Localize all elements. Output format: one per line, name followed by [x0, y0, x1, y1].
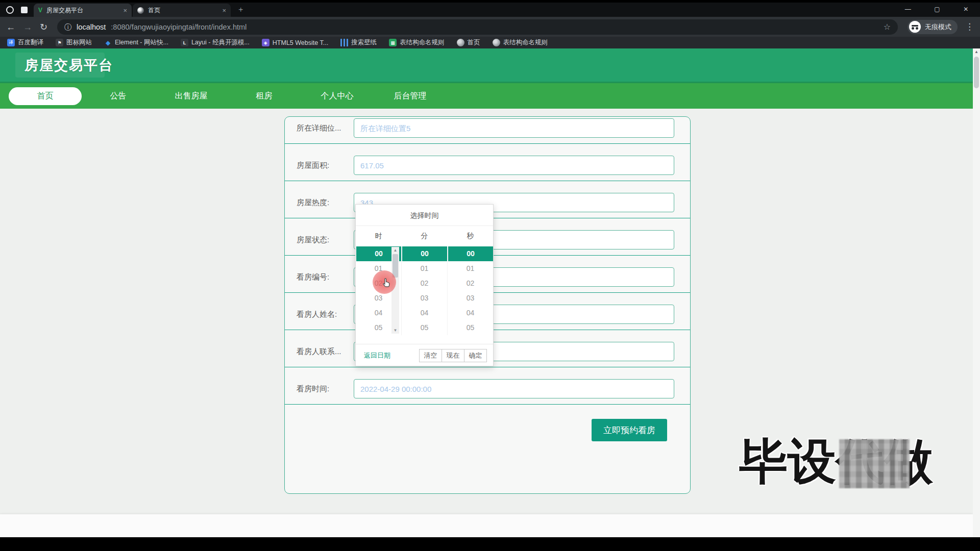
window-controls: — ▢ ✕ — [893, 3, 980, 16]
browser-toolbar: ← → ↻ ⓘ localhost :8080/fangwujiaoyiping… — [0, 17, 980, 37]
bookmark-label: Layui - 经典开源模... — [191, 38, 250, 47]
time-picker-title: 选择时间 — [356, 205, 493, 226]
shield-icon: ◈ — [262, 39, 270, 46]
cursor-highlight — [373, 270, 396, 294]
bookmark-label: 表结构命名规则 — [400, 38, 445, 47]
bookmark-label: HTML5 Website T... — [273, 39, 328, 46]
new-tab-button[interactable]: ＋ — [237, 5, 244, 14]
now-button[interactable]: 现在 — [442, 349, 464, 362]
bookmark-layui[interactable]: L Layui - 经典开源模... — [181, 38, 250, 47]
maximize-button[interactable]: ▢ — [934, 6, 940, 13]
url-path: :8080/fangwujiaoyipingtai/front/index.ht… — [111, 23, 878, 31]
incognito-icon — [909, 21, 921, 33]
tab-close-icon[interactable]: × — [222, 7, 226, 14]
viewing-time-input[interactable] — [354, 379, 674, 398]
scroll-up-icon[interactable]: ▲ — [394, 247, 398, 254]
address-bar[interactable]: ⓘ localhost :8080/fangwujiaoyipingtai/fr… — [57, 19, 898, 35]
url-host: localhost — [77, 23, 106, 31]
field-label: 房屋状态: — [297, 235, 354, 245]
time-picker-footer: 返回日期 清空 现在 确定 — [356, 344, 493, 366]
hour-header: 时 — [356, 232, 402, 241]
bookmark-star-icon[interactable]: ☆ — [884, 22, 891, 32]
browser-menu-icon[interactable]: ⋮ — [965, 21, 974, 32]
confirm-button[interactable]: 确定 — [464, 349, 487, 362]
blur-patch — [839, 439, 910, 488]
bookmark-baidu-translate[interactable]: 译 百度翻译 — [7, 38, 43, 47]
second-option[interactable]: 04 — [448, 306, 493, 320]
hand-cursor-icon — [381, 278, 392, 289]
forward-icon[interactable]: → — [23, 22, 32, 32]
bookmark-label: 搜索壁纸 — [351, 38, 377, 47]
book-viewing-button[interactable]: 立即预约看房 — [592, 419, 667, 441]
bookmark-icon-site[interactable]: ⚑ 图标网站 — [56, 38, 92, 47]
field-label: 房屋热度: — [297, 198, 354, 208]
globe-favicon-icon — [137, 7, 144, 14]
close-button[interactable]: ✕ — [963, 6, 968, 13]
scrollbar-thumb[interactable] — [974, 57, 979, 88]
reload-icon[interactable]: ↻ — [40, 22, 47, 32]
bookmark-element[interactable]: ◆ Element - 网站快... — [104, 38, 168, 47]
nav-item-personal-center[interactable]: 个人中心 — [301, 91, 374, 102]
tab-title: 首页 — [148, 6, 218, 15]
element-icon: ◆ — [104, 39, 112, 46]
scroll-down-icon[interactable]: ▼ — [394, 327, 398, 334]
bookmark-table-naming-2[interactable]: 表结构命名规则 — [493, 38, 548, 47]
nav-item-home[interactable]: 首页 — [9, 87, 82, 105]
window-icon — [21, 7, 28, 13]
bookmark-table-naming[interactable]: ▦ 表结构命名规则 — [389, 38, 445, 47]
minute-option-selected[interactable]: 00 — [402, 246, 447, 261]
second-option[interactable]: 05 — [448, 320, 493, 335]
field-label: 所在详细位... — [297, 123, 354, 133]
nav-item-notice[interactable]: 公告 — [82, 91, 155, 102]
incognito-badge[interactable]: 无痕模式 — [908, 20, 958, 34]
page-scrollbar[interactable]: ▲ — [973, 48, 980, 537]
second-option[interactable]: 02 — [448, 276, 493, 291]
site-title: 房屋交易平台 — [24, 56, 113, 74]
detail-location-input[interactable] — [354, 118, 674, 138]
second-option[interactable]: 03 — [448, 291, 493, 306]
nav-item-rent[interactable]: 租房 — [228, 91, 301, 102]
bookmark-label: 图标网站 — [66, 38, 92, 47]
tab-house-platform[interactable]: V 房屋交易平台 × — [34, 4, 132, 17]
house-area-input[interactable] — [354, 156, 674, 175]
minute-option[interactable]: 01 — [402, 261, 447, 276]
site-nav: 首页 公告 出售房屋 租房 个人中心 后台管理 — [0, 82, 973, 109]
bookmark-label: 首页 — [468, 38, 480, 47]
clear-button[interactable]: 清空 — [419, 349, 442, 362]
minimize-button[interactable]: — — [905, 6, 911, 13]
minute-option[interactable]: 02 — [402, 276, 447, 291]
back-icon[interactable]: ← — [6, 22, 15, 32]
bookmark-home[interactable]: 首页 — [457, 38, 480, 47]
time-picker-headers: 时 分 秒 — [356, 226, 493, 246]
minute-option[interactable]: 03 — [402, 291, 447, 306]
back-to-date-link[interactable]: 返回日期 — [364, 351, 390, 360]
tab-home[interactable]: 首页 × — [133, 4, 231, 17]
minute-option[interactable]: 04 — [402, 306, 447, 320]
bookmark-label: Element - 网站快... — [115, 38, 168, 47]
bookmark-html5-template[interactable]: ◈ HTML5 Website T... — [262, 39, 328, 46]
screen: V 房屋交易平台 × 首页 × ＋ — ▢ ✕ ← → ↻ ⓘ localhos… — [0, 0, 980, 551]
site-header: 房屋交易平台 — [0, 48, 973, 82]
nav-item-admin[interactable]: 后台管理 — [374, 91, 447, 102]
bookmark-wallpaper-search[interactable]: 搜索壁纸 — [340, 38, 377, 47]
page-content: 所在详细位... 房屋面积: 房屋热度: 房屋状态: 看房编号: — [0, 109, 973, 537]
minute-option[interactable]: 05 — [402, 320, 447, 335]
bars-icon — [340, 39, 348, 46]
site-favicon-icon: V — [38, 7, 42, 14]
tab-close-icon[interactable]: × — [123, 7, 127, 14]
globe-icon — [493, 39, 500, 46]
scrollbar-thumb[interactable] — [393, 254, 398, 278]
grid-icon: ▦ — [389, 39, 397, 46]
second-option[interactable]: 01 — [448, 261, 493, 276]
flag-icon: ⚑ — [56, 39, 63, 46]
nav-item-sell-house[interactable]: 出售房屋 — [155, 91, 228, 102]
form-row: 看房时间: — [285, 367, 690, 405]
field-label: 看房时间: — [297, 384, 354, 394]
minute-header: 分 — [402, 232, 448, 241]
page-info-icon[interactable]: ⓘ — [64, 23, 71, 31]
field-label: 房屋面积: — [297, 161, 354, 170]
second-option-selected[interactable]: 00 — [448, 246, 493, 261]
globe-icon — [457, 39, 464, 46]
field-label: 看房人联系... — [297, 347, 354, 357]
scroll-up-icon[interactable]: ▲ — [974, 48, 978, 56]
